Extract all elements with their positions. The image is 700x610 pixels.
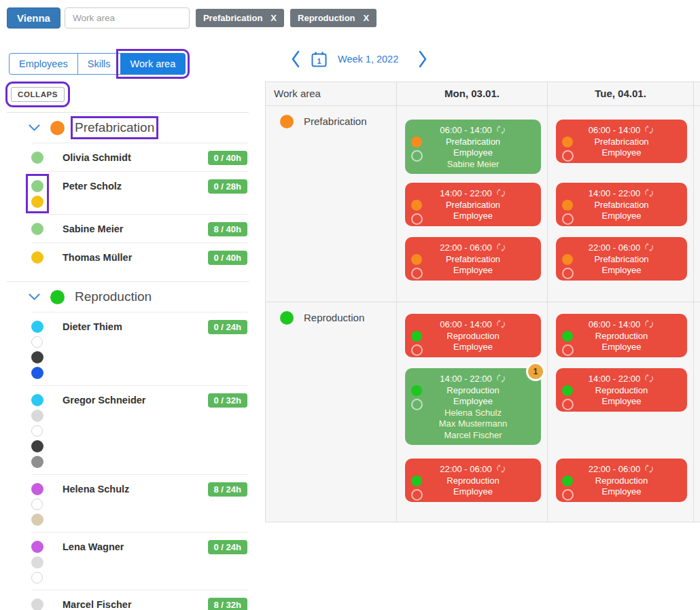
schedule-row: Prefabrication06:00 - 14:00Prefabricatio…: [266, 106, 700, 302]
shift-card[interactable]: 114:00 - 22:00ReproductionEmployeeHelena…: [405, 368, 541, 445]
day-cell: 06:00 - 14:00PrefabricationEmployee14:00…: [547, 106, 693, 302]
calendar-day-number: 1: [317, 56, 321, 65]
shift-card[interactable]: 14:00 - 22:00PrefabricationEmployee: [556, 183, 687, 226]
day-cell: 06:00 - 14:00PrefabricationEmployeeSabin…: [396, 106, 547, 302]
employee-row[interactable]: Gregor Schneider0 / 32h: [31, 385, 249, 474]
collapse-button[interactable]: COLLAPS: [11, 87, 65, 102]
employee-row[interactable]: Olivia Schmidt0 / 40h: [31, 143, 249, 171]
hours-badge: 0 / 40h: [208, 251, 247, 265]
week-prev-button[interactable]: [291, 50, 300, 68]
shift-card[interactable]: 22:00 - 06:00ReproductionEmployee: [556, 459, 687, 502]
employee-row[interactable]: Marcel Fischer8 / 32h: [31, 590, 249, 610]
shift-card[interactable]: 06:00 - 14:00PrefabricationEmployee: [556, 120, 687, 163]
day-cell-partial: [693, 302, 699, 522]
employee-name: Sabine Meier: [63, 222, 208, 234]
tab-skills[interactable]: Skills: [77, 53, 121, 75]
work-area-color-dot: [562, 137, 573, 147]
group-header: Prefabrication: [7, 113, 249, 143]
assigned-employee: Marcel Fischer: [412, 430, 534, 442]
shift-card[interactable]: 06:00 - 14:00ReproductionEmployee: [405, 314, 541, 357]
skill-dot: [31, 425, 43, 437]
repeat-icon: [644, 319, 654, 329]
day-cell: 06:00 - 14:00ReproductionEmployee114:00 …: [396, 302, 547, 522]
group-collapse-toggle[interactable]: [29, 124, 40, 132]
shift-card[interactable]: 22:00 - 06:00ReproductionEmployee: [405, 459, 541, 502]
skill-dot: [31, 541, 43, 553]
employee-row[interactable]: Sabine Meier8 / 40h: [31, 214, 249, 243]
shift-work-area: Prefabrication: [412, 254, 534, 266]
hours-badge: 8 / 40h: [208, 222, 247, 236]
shift-time-line: 06:00 - 14:00: [563, 124, 680, 137]
employee-row[interactable]: Dieter Thiem0 / 24h: [31, 312, 249, 385]
open-slot-dot: [411, 213, 423, 225]
column-header-work-area: Work area: [266, 82, 396, 105]
shift-card[interactable]: 06:00 - 14:00PrefabricationEmployeeSabin…: [405, 120, 541, 174]
week-next-button[interactable]: [418, 50, 427, 68]
work-area-label: Reproduction: [304, 311, 364, 323]
group-collapse-toggle[interactable]: [29, 293, 40, 301]
shift-card-dots: [411, 200, 423, 225]
shift-card[interactable]: 14:00 - 22:00ReproductionEmployee: [556, 368, 687, 412]
skill-dot: [31, 196, 43, 208]
week-navigation: 1 Week 1, 2022: [291, 50, 427, 68]
shift-time: 14:00 - 22:00: [589, 188, 641, 198]
skill-dot: [31, 483, 43, 495]
shift-role: Employee: [563, 486, 680, 498]
shift-role: Employee: [412, 147, 534, 159]
employee-name: Thomas Müller: [63, 251, 208, 263]
day-cell-partial: [693, 106, 699, 302]
assigned-employee: Max Mustermann: [412, 418, 534, 430]
work-area-color-dot: [562, 200, 573, 211]
employee-sidebar: COLLAPS PrefabricationOlivia Schmidt0 / …: [7, 87, 249, 610]
location-button[interactable]: Vienna: [7, 7, 60, 29]
repeat-icon: [644, 124, 654, 135]
employee-row[interactable]: Lena Wagner0 / 24h: [31, 532, 249, 590]
shift-time: 22:00 - 06:00: [440, 464, 492, 474]
shift-time-line: 14:00 - 22:00: [563, 187, 680, 200]
shift-card[interactable]: 22:00 - 06:00PrefabricationEmployee: [405, 237, 541, 281]
tab-employees[interactable]: Employees: [9, 53, 78, 75]
work-area-color-dot: [411, 476, 422, 486]
shift-time-line: 06:00 - 14:00: [412, 124, 534, 137]
shift-work-area: Reproduction: [563, 385, 680, 397]
shift-role: Employee: [563, 147, 680, 159]
skill-dot: [31, 394, 43, 406]
filter-tag-label: Prefabrication: [203, 13, 262, 23]
shift-role: Employee: [412, 211, 534, 222]
shift-time-line: 22:00 - 06:00: [412, 242, 534, 254]
open-slot-dot: [411, 399, 423, 410]
group-header: Reproduction: [7, 282, 249, 312]
work-area-label: Prefabrication: [304, 115, 367, 127]
shift-time-line: 06:00 - 14:00: [563, 319, 680, 331]
skill-dot: [31, 151, 43, 164]
work-area-search-input[interactable]: [65, 7, 190, 29]
shift-card-dots: [562, 254, 574, 279]
skill-dot: [31, 223, 43, 235]
shift-time-line: 14:00 - 22:00: [563, 373, 680, 385]
shift-card[interactable]: 22:00 - 06:00PrefabricationEmployee: [556, 237, 687, 281]
shift-time-line: 14:00 - 22:00: [412, 187, 534, 200]
repeat-icon: [495, 373, 506, 384]
employee-name: Gregor Schneider: [63, 393, 208, 406]
shift-work-area: Prefabrication: [412, 200, 534, 211]
employee-skill-dots: [31, 482, 63, 526]
tab-work-area[interactable]: Work area: [120, 53, 186, 75]
calendar-button[interactable]: 1: [311, 51, 328, 68]
shift-work-area: Prefabrication: [412, 137, 534, 148]
skill-dot: [31, 367, 43, 379]
work-area-color-dot: [280, 311, 294, 325]
employee-name: Marcel Fischer: [63, 598, 208, 610]
employee-row[interactable]: Thomas Müller0 / 40h: [31, 243, 249, 271]
employee-name: Dieter Thiem: [63, 320, 208, 332]
skill-dot: [31, 499, 43, 510]
shift-role: Employee: [412, 486, 534, 498]
work-area-color-dot: [562, 476, 573, 486]
employee-row[interactable]: Peter Scholz0 / 28h: [31, 171, 249, 214]
shift-role: Employee: [563, 396, 680, 408]
shift-time: 22:00 - 06:00: [589, 243, 641, 253]
shift-card[interactable]: 06:00 - 14:00ReproductionEmployee: [556, 314, 687, 357]
schedule-panel: 1 Week 1, 2022 Work area Mon, 03.01. Tue…: [265, 0, 700, 610]
shift-card[interactable]: 14:00 - 22:00PrefabricationEmployee: [405, 183, 541, 226]
employee-row[interactable]: Helena Schulz8 / 24h: [31, 474, 249, 532]
open-slot-dot: [562, 150, 574, 162]
